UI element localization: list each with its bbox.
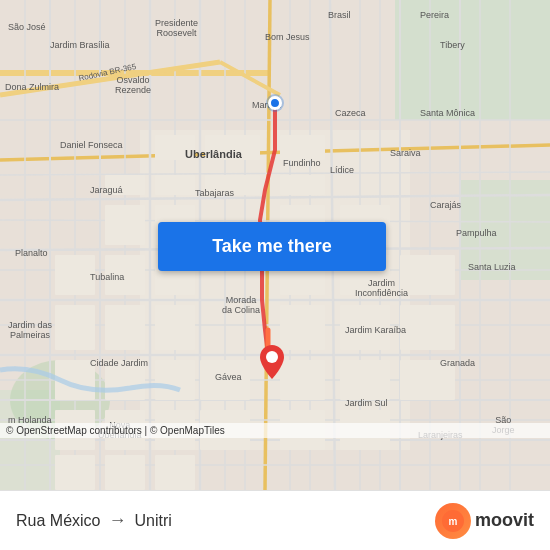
route-info: Rua México → Unitri xyxy=(16,510,172,531)
svg-rect-52 xyxy=(105,175,145,195)
arrow-icon: → xyxy=(108,510,126,531)
svg-rect-64 xyxy=(55,305,95,350)
svg-rect-68 xyxy=(340,305,390,350)
svg-rect-74 xyxy=(280,360,325,400)
origin-label: Rua México xyxy=(16,512,100,530)
svg-rect-46 xyxy=(155,135,195,160)
svg-rect-84 xyxy=(105,455,145,490)
svg-rect-66 xyxy=(155,305,195,350)
svg-rect-85 xyxy=(155,455,195,490)
svg-rect-83 xyxy=(55,455,95,490)
svg-rect-75 xyxy=(340,360,390,400)
moovit-logo: m moovit xyxy=(435,503,534,539)
svg-point-86 xyxy=(266,351,278,363)
footer: Rua México → Unitri m moovit xyxy=(0,490,550,550)
svg-rect-49 xyxy=(155,175,195,195)
map-attribution: © OpenStreetMap contributors | © OpenMap… xyxy=(0,423,550,438)
origin-marker xyxy=(268,96,282,110)
svg-rect-47 xyxy=(205,135,260,160)
destination-label: Unitri xyxy=(134,512,171,530)
svg-rect-65 xyxy=(105,305,145,350)
svg-rect-72 xyxy=(155,360,195,400)
svg-rect-50 xyxy=(205,175,260,195)
moovit-icon: m xyxy=(435,503,471,539)
moovit-text: moovit xyxy=(475,510,534,531)
map-container: São José Jardim Brasília PresidenteRoose… xyxy=(0,0,550,490)
svg-rect-58 xyxy=(55,255,95,295)
svg-rect-73 xyxy=(200,360,250,400)
svg-rect-53 xyxy=(105,205,145,245)
svg-rect-71 xyxy=(105,360,145,400)
attribution-text: © OpenStreetMap contributors | © OpenMap… xyxy=(6,425,225,436)
svg-rect-1 xyxy=(395,0,550,120)
svg-text:m: m xyxy=(449,516,458,527)
destination-marker xyxy=(260,345,284,377)
svg-rect-63 xyxy=(400,255,455,295)
svg-rect-59 xyxy=(105,255,145,295)
svg-rect-51 xyxy=(280,175,325,195)
svg-rect-48 xyxy=(280,135,325,160)
svg-rect-76 xyxy=(400,360,455,400)
take-me-there-button[interactable]: Take me there xyxy=(158,222,386,271)
svg-rect-69 xyxy=(400,305,455,350)
svg-rect-67 xyxy=(280,305,325,350)
